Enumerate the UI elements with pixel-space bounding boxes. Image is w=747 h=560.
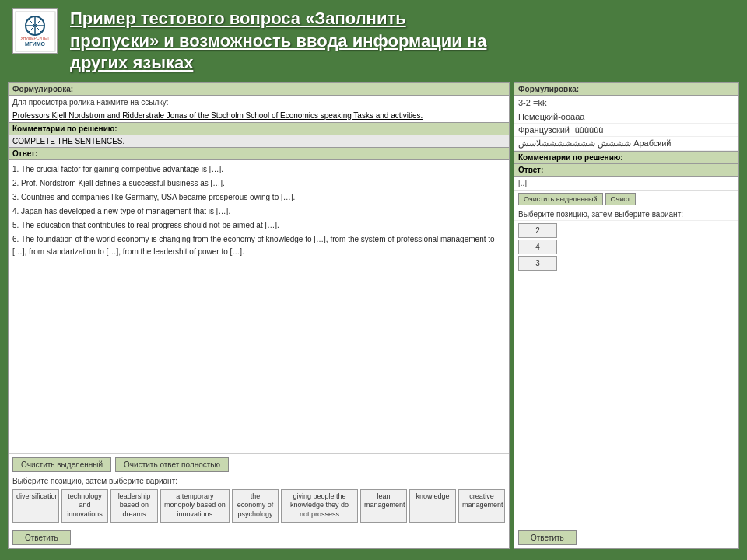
position-3[interactable]: 3: [518, 256, 557, 271]
header: МГИМО УНИВЕРСИТЕТ Пример тестового вопро…: [0, 0, 747, 82]
right-formula-line3: Французский -ùùùùùù: [514, 124, 738, 137]
position-2[interactable]: 2: [518, 223, 557, 238]
position-options: 2 4 3: [514, 221, 738, 273]
right-panel: Формулировка: 3-2 =kk Немецкий-ööäää Фра…: [514, 82, 739, 549]
option-monopoly[interactable]: a temporary monopoly based on innovation…: [160, 489, 230, 523]
options-grid: diversification technology and innovatio…: [9, 487, 509, 527]
right-formula-line1: 3-2 =kk: [514, 96, 738, 110]
answer-3: 3. Countries and companies like Germany,…: [12, 191, 505, 204]
right-select-label: Выберите позицию, затем выберите вариант…: [514, 208, 738, 221]
right-submit-button[interactable]: Ответить: [518, 530, 577, 545]
right-clear-selected-button[interactable]: Очистить выделенный: [518, 193, 603, 205]
right-clear-partial-button[interactable]: Очист: [605, 193, 636, 205]
logo-icon: МГИМО УНИВЕРСИТЕТ: [14, 10, 57, 53]
video-link-container: Professors Kjell Nordstrom and Ridderstr…: [9, 109, 509, 122]
arabic-text: شششش شششششششلاسش: [518, 138, 631, 148]
clear-selected-button[interactable]: Очистить выделенный: [12, 457, 111, 472]
main-content: Формулировка: Для просмотра ролика нажми…: [0, 82, 747, 557]
option-economy[interactable]: the economy of psychology: [232, 489, 279, 523]
option-technology[interactable]: technology and innovations: [61, 489, 108, 523]
position-4[interactable]: 4: [518, 240, 557, 254]
right-formula-arabic-row: شششش شششششششلاسش Арабский: [514, 137, 738, 151]
left-submit-row: Ответить: [9, 527, 509, 548]
comment-label: Комментарии по решению:: [9, 122, 509, 135]
video-text: Для просмотра ролика нажмите на ссылку:: [9, 96, 509, 109]
formula-label: Формулировка:: [9, 83, 509, 96]
option-leadership[interactable]: leadership based on dreams: [110, 489, 158, 523]
right-formula-label: Формулировка:: [514, 83, 738, 96]
svg-text:УНИВЕРСИТЕТ: УНИВЕРСИТЕТ: [20, 36, 49, 40]
left-buttons-row: Очистить выделенный Очистить ответ полно…: [9, 453, 509, 475]
answer-1: 1. The crucial factor for gaining compet…: [12, 163, 505, 176]
answer-5: 5. The education that contributes to rea…: [12, 219, 505, 232]
right-buttons-row: Очистить выделенный Очист: [514, 191, 738, 208]
answer-4: 4. Japan has developed a new type of man…: [12, 205, 505, 218]
clear-all-button[interactable]: Очистить ответ полностью: [115, 457, 229, 472]
option-diversification[interactable]: diversification: [12, 489, 59, 523]
answer-6: 6. The foundation of the world economy i…: [12, 233, 505, 258]
answer-label: Ответ:: [9, 147, 509, 160]
right-comment-label: Комментарии по решению:: [514, 151, 738, 164]
answers-area: 1. The crucial factor for gaining compet…: [9, 160, 509, 453]
right-answer-box: [..]: [514, 177, 738, 191]
left-submit-button[interactable]: Ответить: [12, 530, 71, 545]
option-giving[interactable]: giving people the knowledge they do not …: [281, 489, 358, 523]
option-creative[interactable]: creative management: [458, 489, 505, 523]
right-answer-label: Ответ:: [514, 164, 738, 177]
comment-content: COMPLETE THE SENTENCES.: [9, 135, 509, 147]
left-panel: Формулировка: Для просмотра ролика нажми…: [8, 82, 510, 549]
page-title: Пример тестового вопроса «Заполнить проп…: [70, 8, 498, 75]
video-link[interactable]: Professors Kjell Nordstrom and Ridderstr…: [12, 111, 423, 120]
svg-text:МГИМО: МГИМО: [24, 41, 45, 47]
right-submit-row: Ответить: [514, 527, 738, 548]
right-formula-line2: Немецкий-ööäää: [514, 110, 738, 124]
answer-2: 2. Prof. Nordstrom Kjell defines a succe…: [12, 177, 505, 190]
arabic-label: Арабский: [633, 138, 671, 148]
select-position-label: Выберите позицию, затем выберите вариант…: [9, 475, 509, 487]
option-knowledge[interactable]: knowledge: [409, 489, 456, 523]
option-lean[interactable]: lean management: [360, 489, 407, 523]
logo-box: МГИМО УНИВЕРСИТЕТ: [12, 8, 58, 54]
